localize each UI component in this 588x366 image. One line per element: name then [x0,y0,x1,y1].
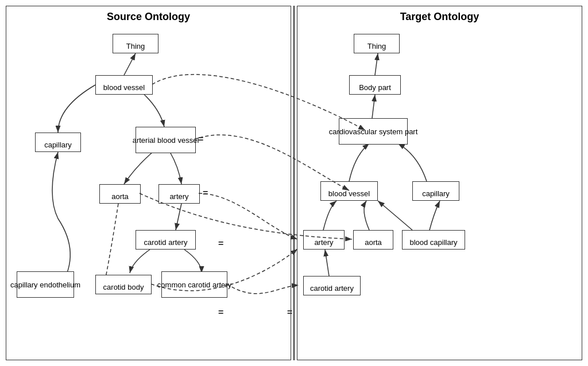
source-node-thing: Thing [113,34,158,53]
target-node-artery: artery [303,230,345,250]
target-node-aorta: aorta [353,230,393,250]
source-title: Source Ontology [6,6,291,25]
svg-line-3 [176,204,181,230]
target-node-blood-capillary: blood capillary [402,230,465,250]
target-node-capillary: capillary [412,181,459,201]
target-node-thing: Thing [354,34,400,53]
svg-line-2 [124,53,136,75]
source-node-blood-vessel: blood vessel [95,75,153,95]
panel-divider [293,6,295,360]
source-node-common-carotid-artery: common carotid artery [161,271,227,298]
source-ontology-panel: Source Ontology [6,6,291,360]
target-title: Target Ontology [297,6,582,25]
source-node-carotid-body: carotid body [95,275,152,294]
source-node-artery: artery [158,184,200,204]
source-node-aorta: aorta [99,184,141,204]
target-node-carotid-artery: carotid artery [303,276,361,295]
source-node-capillary: capillary [35,133,81,152]
svg-line-5 [375,53,378,75]
svg-line-7 [325,250,329,276]
source-connections [6,6,291,360]
svg-line-6 [372,95,375,118]
target-ontology-panel: Target Ontology [297,6,582,360]
source-node-capillary-endothelium: capillary endothelium [17,271,74,298]
target-node-blood-vessel: blood vessel [320,181,378,201]
source-node-arterial-blood-vessel: arterial blood vessel [136,127,196,153]
source-node-carotid-artery: carotid artery [136,230,196,250]
target-node-cardiovascular-system-part: cardiovascular system part [339,118,408,145]
main-container: Source Ontology [0,0,588,366]
target-node-body-part: Body part [349,75,401,95]
